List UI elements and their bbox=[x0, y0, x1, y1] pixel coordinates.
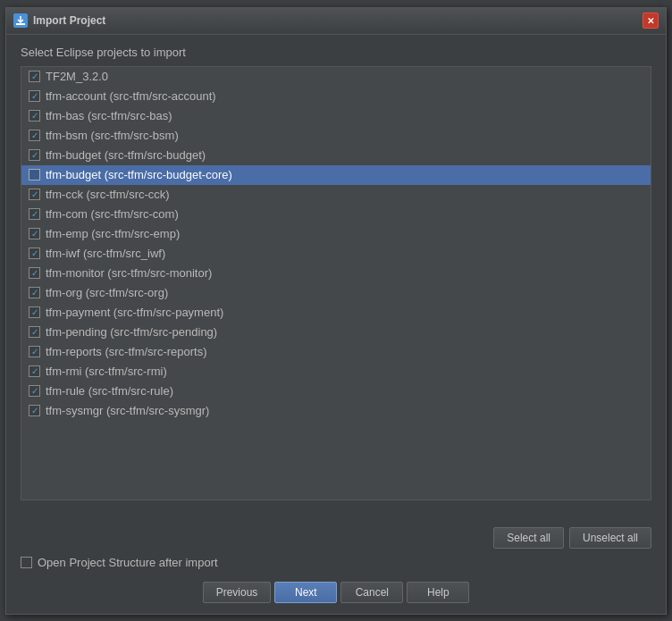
list-item[interactable]: tfm-emp (src-tfm/src-emp) bbox=[21, 224, 651, 244]
project-name: tfm-reports (src-tfm/src-reports) bbox=[46, 345, 207, 358]
next-button[interactable]: Next bbox=[274, 582, 337, 603]
list-item[interactable]: tfm-iwf (src-tfm/src_iwf) bbox=[21, 244, 651, 264]
title-bar: Import Project ✕ bbox=[6, 8, 666, 35]
project-checkbox[interactable] bbox=[29, 267, 40, 279]
list-item[interactable]: tfm-rule (src-tfm/src-rule) bbox=[21, 382, 651, 401]
unselect-all-button[interactable]: Unselect all bbox=[569, 527, 651, 549]
help-button[interactable]: Help bbox=[407, 582, 469, 603]
project-checkbox[interactable] bbox=[29, 110, 40, 122]
project-name: TF2M_3.2.0 bbox=[46, 70, 108, 83]
select-all-button[interactable]: Select all bbox=[493, 527, 564, 549]
project-checkbox[interactable] bbox=[29, 306, 40, 318]
project-name: tfm-org (src-tfm/src-org) bbox=[46, 286, 168, 299]
project-name: tfm-pending (src-tfm/src-pending) bbox=[46, 325, 217, 339]
project-name: tfm-com (src-tfm/src-com) bbox=[46, 207, 179, 221]
close-button[interactable]: ✕ bbox=[643, 13, 659, 29]
project-name: tfm-budget (src-tfm/src-budget-core) bbox=[46, 168, 232, 181]
dialog-content: Select Eclipse projects to import TF2M_3… bbox=[6, 35, 666, 520]
list-item[interactable]: tfm-com (src-tfm/src-com) bbox=[21, 205, 651, 224]
list-item[interactable]: tfm-monitor (src-tfm/src-monitor) bbox=[21, 264, 651, 283]
project-name: tfm-sysmgr (src-tfm/src-sysmgr) bbox=[46, 404, 209, 417]
import-project-dialog: Import Project ✕ Select Eclipse projects… bbox=[5, 7, 667, 615]
project-checkbox[interactable] bbox=[29, 130, 40, 141]
project-checkbox[interactable] bbox=[29, 228, 40, 239]
project-list[interactable]: TF2M_3.2.0tfm-account (src-tfm/src-accou… bbox=[21, 66, 651, 500]
list-item[interactable]: tfm-rmi (src-tfm/src-rmi) bbox=[21, 362, 651, 382]
previous-button[interactable]: Previous bbox=[203, 582, 272, 603]
project-name: tfm-rmi (src-tfm/src-rmi) bbox=[46, 365, 167, 378]
open-project-row: Open Project Structure after import bbox=[21, 556, 651, 569]
project-checkbox[interactable] bbox=[29, 365, 40, 377]
list-item[interactable]: tfm-reports (src-tfm/src-reports) bbox=[21, 342, 651, 362]
project-checkbox[interactable] bbox=[29, 385, 40, 397]
project-checkbox[interactable] bbox=[29, 169, 40, 180]
project-name: tfm-bas (src-tfm/src-bas) bbox=[46, 109, 172, 122]
section-label: Select Eclipse projects to import bbox=[21, 46, 651, 59]
project-checkbox[interactable] bbox=[29, 90, 40, 102]
project-checkbox[interactable] bbox=[29, 149, 40, 161]
project-checkbox[interactable] bbox=[29, 71, 40, 82]
project-checkbox[interactable] bbox=[29, 208, 40, 220]
project-name: tfm-payment (src-tfm/src-payment) bbox=[46, 306, 223, 319]
project-name: tfm-account (src-tfm/src-account) bbox=[46, 89, 216, 103]
open-project-label: Open Project Structure after import bbox=[38, 556, 218, 569]
list-item[interactable]: TF2M_3.2.0 bbox=[21, 67, 651, 87]
project-name: tfm-iwf (src-tfm/src_iwf) bbox=[46, 247, 165, 260]
list-item[interactable]: tfm-sysmgr (src-tfm/src-sysmgr) bbox=[21, 401, 651, 421]
project-name: tfm-budget (src-tfm/src-budget) bbox=[46, 148, 206, 162]
project-checkbox[interactable] bbox=[29, 405, 40, 416]
project-name: tfm-monitor (src-tfm/src-monitor) bbox=[46, 266, 212, 280]
project-name: tfm-cck (src-tfm/src-cck) bbox=[46, 188, 170, 201]
list-item[interactable]: tfm-budget (src-tfm/src-budget-core) bbox=[21, 165, 651, 185]
project-checkbox[interactable] bbox=[29, 326, 40, 338]
cancel-button[interactable]: Cancel bbox=[340, 582, 403, 603]
project-checkbox[interactable] bbox=[29, 287, 40, 298]
list-item[interactable]: tfm-pending (src-tfm/src-pending) bbox=[21, 323, 651, 342]
project-checkbox[interactable] bbox=[29, 346, 40, 357]
list-item[interactable]: tfm-payment (src-tfm/src-payment) bbox=[21, 303, 651, 323]
import-icon bbox=[13, 13, 28, 28]
list-item[interactable]: tfm-bsm (src-tfm/src-bsm) bbox=[21, 126, 651, 146]
select-buttons-row: Select all Unselect all bbox=[21, 527, 651, 549]
open-project-checkbox[interactable] bbox=[21, 557, 32, 568]
nav-buttons-row: Previous Next Cancel Help bbox=[21, 576, 651, 607]
project-checkbox[interactable] bbox=[29, 189, 40, 200]
project-checkbox[interactable] bbox=[29, 248, 40, 259]
svg-rect-1 bbox=[16, 23, 25, 25]
dialog-title: Import Project bbox=[33, 14, 105, 27]
project-name: tfm-rule (src-tfm/src-rule) bbox=[46, 384, 173, 398]
title-bar-left: Import Project bbox=[13, 13, 105, 28]
list-item[interactable]: tfm-budget (src-tfm/src-budget) bbox=[21, 146, 651, 165]
list-item[interactable]: tfm-account (src-tfm/src-account) bbox=[21, 87, 651, 106]
list-item[interactable]: tfm-cck (src-tfm/src-cck) bbox=[21, 185, 651, 205]
list-item[interactable]: tfm-org (src-tfm/src-org) bbox=[21, 283, 651, 303]
list-item[interactable]: tfm-bas (src-tfm/src-bas) bbox=[21, 106, 651, 126]
project-name: tfm-bsm (src-tfm/src-bsm) bbox=[46, 129, 179, 142]
bottom-bar: Select all Unselect all Open Project Str… bbox=[6, 520, 666, 614]
project-name: tfm-emp (src-tfm/src-emp) bbox=[46, 227, 180, 240]
